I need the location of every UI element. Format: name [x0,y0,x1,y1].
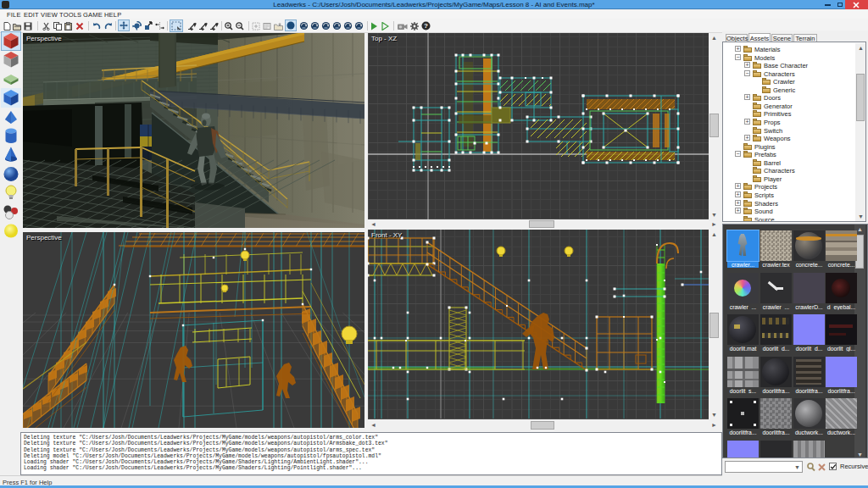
svg-text:?: ? [424,22,428,30]
